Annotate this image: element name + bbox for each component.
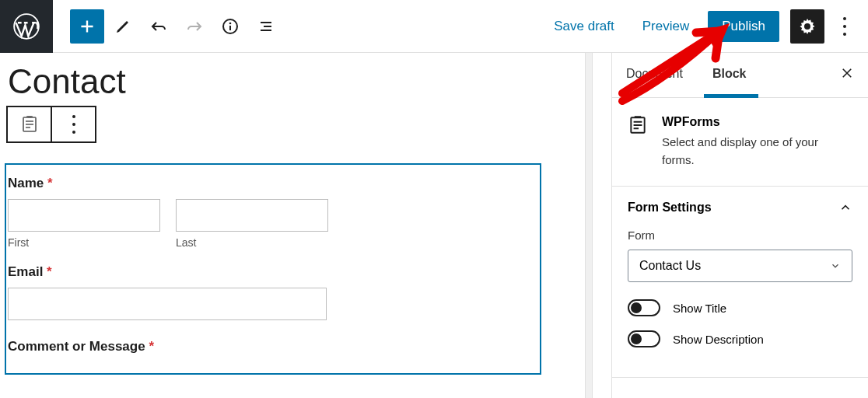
publish-button[interactable]: Publish [708, 11, 779, 42]
undo-icon[interactable] [142, 9, 176, 44]
editor-main: Contact Name * First Last [0, 53, 868, 398]
editor-topbar: Save draft Preview Publish [0, 0, 868, 53]
gear-icon [798, 17, 817, 36]
first-sublabel: First [8, 236, 160, 249]
wordpress-logo[interactable] [0, 0, 53, 53]
form-settings-toggle[interactable]: Form Settings [612, 187, 868, 229]
tab-underline [704, 94, 758, 98]
chevron-up-icon [838, 201, 852, 215]
save-draft-button[interactable]: Save draft [543, 12, 625, 40]
block-info-title: WPForms [662, 115, 852, 129]
block-info-description: Select and display one of your forms. [662, 134, 852, 169]
comment-field-label: Comment or Message * [8, 339, 538, 354]
page-title[interactable]: Contact [5, 62, 607, 101]
close-panel-button[interactable] [840, 66, 854, 84]
first-name-input[interactable] [8, 199, 160, 232]
sidebar-resize-handle[interactable] [585, 53, 593, 398]
svg-rect-3 [229, 26, 231, 30]
form-select-label: Form [628, 229, 852, 242]
email-field-label: Email * [8, 264, 538, 280]
last-sublabel: Last [176, 236, 328, 249]
required-indicator: * [47, 176, 53, 190]
name-field-label: Name * [8, 176, 538, 191]
svg-point-2 [229, 22, 232, 24]
info-icon[interactable] [213, 9, 247, 44]
outline-icon[interactable] [249, 9, 283, 44]
tab-document[interactable]: Document [626, 67, 683, 84]
more-options-button[interactable] [831, 9, 859, 44]
wpforms-block[interactable]: Name * First Last Email * Comment or Mes… [5, 163, 541, 375]
required-indicator: * [47, 264, 52, 279]
form-select[interactable]: Contact Us [628, 250, 852, 282]
edit-icon[interactable] [106, 9, 140, 44]
settings-button[interactable] [790, 9, 824, 44]
show-title-toggle[interactable] [628, 299, 660, 316]
close-icon [840, 66, 854, 80]
show-description-label: Show Description [673, 333, 764, 346]
chevron-down-icon [830, 260, 841, 271]
add-block-button[interactable] [70, 9, 104, 44]
wpforms-icon [628, 115, 648, 169]
block-info-panel: WPForms Select and display one of your f… [612, 98, 868, 187]
redo-icon[interactable] [177, 9, 212, 44]
preview-button[interactable]: Preview [632, 12, 700, 40]
last-name-input[interactable] [176, 199, 328, 232]
tab-block[interactable]: Block [712, 67, 747, 84]
required-indicator: * [149, 339, 154, 354]
editor-canvas[interactable]: Contact Name * First Last [0, 53, 611, 398]
form-settings-panel: Form Settings Form Contact Us Show Title… [612, 187, 868, 378]
form-icon [20, 115, 39, 134]
block-more-button[interactable] [52, 107, 95, 141]
sidebar-tabs: Document Block [612, 53, 868, 98]
block-toolbar [6, 106, 96, 143]
email-input[interactable] [8, 288, 327, 320]
settings-sidebar: Document Block WPForms Select and displa… [611, 53, 868, 398]
show-description-toggle[interactable] [628, 330, 660, 347]
block-type-icon[interactable] [8, 107, 52, 141]
show-title-label: Show Title [673, 302, 726, 315]
